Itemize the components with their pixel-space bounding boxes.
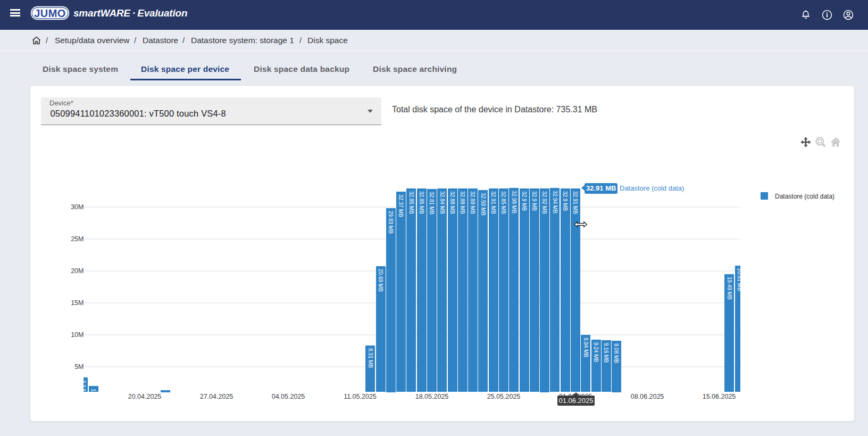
svg-text:JUMO: JUMO	[34, 7, 65, 19]
